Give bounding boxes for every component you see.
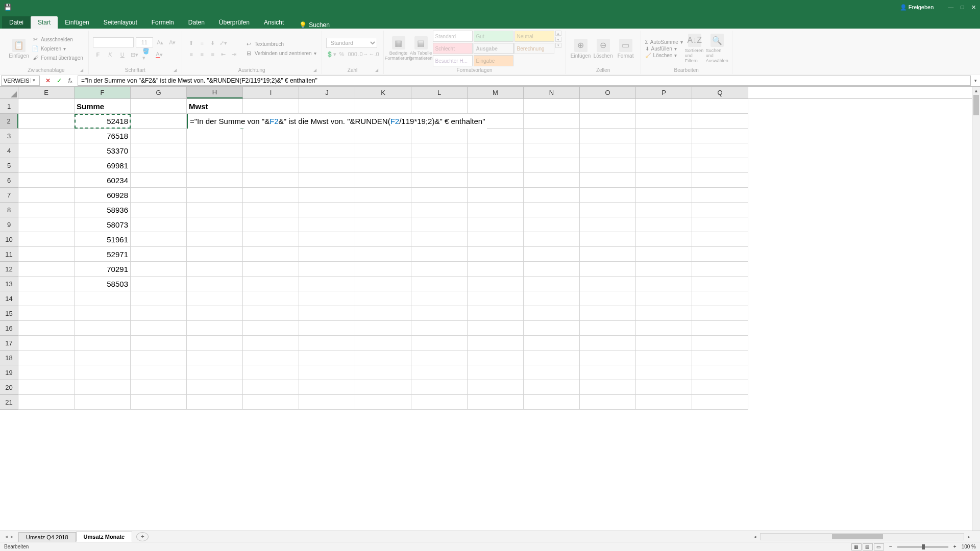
- cell[interactable]: [243, 350, 299, 365]
- cell[interactable]: [411, 306, 468, 321]
- cell[interactable]: [580, 380, 636, 395]
- row-header[interactable]: 6: [0, 173, 18, 188]
- cell[interactable]: [580, 143, 636, 158]
- cell[interactable]: [524, 203, 580, 217]
- select-all-corner[interactable]: [0, 87, 18, 98]
- italic-button[interactable]: K: [105, 49, 115, 60]
- thousands-icon[interactable]: 000: [348, 49, 358, 59]
- cell[interactable]: [355, 158, 411, 173]
- cell[interactable]: [524, 188, 580, 203]
- row-header[interactable]: 17: [0, 336, 18, 350]
- conditional-formatting-button[interactable]: ▦Bedingte Formatierung: [388, 35, 409, 62]
- cell[interactable]: [299, 203, 355, 217]
- merge-button[interactable]: ⊟Verbinden und zentrieren ▾: [244, 49, 317, 57]
- cell[interactable]: [131, 203, 187, 217]
- cell[interactable]: [355, 217, 411, 232]
- cell[interactable]: [580, 217, 636, 232]
- format-as-table-button[interactable]: ▤Als Tabelle formatieren: [410, 35, 432, 62]
- cell[interactable]: [187, 262, 243, 277]
- cell[interactable]: [636, 336, 692, 350]
- cell[interactable]: [75, 395, 131, 410]
- cell[interactable]: [131, 350, 187, 365]
- row-header[interactable]: 21: [0, 395, 18, 410]
- row-header[interactable]: 3: [0, 129, 18, 143]
- cell[interactable]: [692, 306, 748, 321]
- clear-button[interactable]: 🧹Löschen ▾: [645, 53, 683, 58]
- copy-button[interactable]: 📄Kopieren ▾: [31, 44, 84, 53]
- percent-icon[interactable]: %: [337, 49, 347, 59]
- cell[interactable]: [524, 217, 580, 232]
- style-besucht[interactable]: Besuchter H...: [433, 55, 473, 66]
- row-header[interactable]: 18: [0, 350, 18, 365]
- paste-button[interactable]: 📋 Einfügen: [8, 38, 30, 60]
- cell[interactable]: [131, 188, 187, 203]
- cell[interactable]: [692, 247, 748, 262]
- col-I[interactable]: I: [243, 87, 299, 98]
- row-header[interactable]: 19: [0, 365, 18, 380]
- cell[interactable]: [692, 395, 748, 410]
- cell[interactable]: [299, 99, 355, 114]
- cell[interactable]: [18, 217, 75, 232]
- cell[interactable]: [468, 277, 524, 291]
- cell[interactable]: [18, 247, 75, 262]
- cell[interactable]: [299, 262, 355, 277]
- cell[interactable]: [18, 262, 75, 277]
- cell[interactable]: [580, 395, 636, 410]
- col-N[interactable]: N: [524, 87, 580, 98]
- cell[interactable]: [524, 321, 580, 336]
- cell[interactable]: [355, 380, 411, 395]
- cell[interactable]: [580, 350, 636, 365]
- cell[interactable]: [692, 277, 748, 291]
- align-bottom-icon[interactable]: ⬇: [208, 38, 218, 48]
- row-header[interactable]: 14: [0, 291, 18, 306]
- wrap-text-button[interactable]: ↩Textumbruch: [244, 40, 317, 48]
- cell[interactable]: [187, 336, 243, 350]
- cell[interactable]: [692, 188, 748, 203]
- cell[interactable]: 51961: [75, 232, 131, 247]
- cut-button[interactable]: ✂Ausschneiden: [31, 35, 84, 43]
- cell[interactable]: [524, 336, 580, 350]
- cell[interactable]: [468, 291, 524, 306]
- font-launcher-icon[interactable]: ◢: [173, 68, 178, 73]
- col-F[interactable]: F: [75, 87, 131, 98]
- row-header[interactable]: 5: [0, 158, 18, 173]
- cell[interactable]: [636, 262, 692, 277]
- cell[interactable]: [299, 321, 355, 336]
- cell[interactable]: [580, 291, 636, 306]
- decrease-font-icon[interactable]: A▾: [167, 37, 178, 47]
- hscroll-thumb[interactable]: [832, 534, 883, 539]
- cell[interactable]: [187, 306, 243, 321]
- cell[interactable]: [636, 203, 692, 217]
- tab-einfuegen[interactable]: Einfügen: [58, 16, 96, 29]
- cell[interactable]: [131, 262, 187, 277]
- col-G[interactable]: G: [131, 87, 187, 98]
- zoom-slider[interactable]: [897, 546, 948, 548]
- align-top-icon[interactable]: ⬆: [186, 38, 197, 48]
- cell[interactable]: [355, 395, 411, 410]
- cell[interactable]: [411, 395, 468, 410]
- sheet-tab-2[interactable]: Umsatz Monate: [76, 532, 133, 542]
- cell[interactable]: [411, 203, 468, 217]
- cell[interactable]: [468, 321, 524, 336]
- cell[interactable]: [243, 262, 299, 277]
- cell[interactable]: [299, 350, 355, 365]
- format-painter-button[interactable]: 🖌Format übertragen: [31, 54, 84, 62]
- cell[interactable]: [692, 380, 748, 395]
- cell[interactable]: [580, 158, 636, 173]
- cell[interactable]: [355, 262, 411, 277]
- cell[interactable]: [692, 291, 748, 306]
- cell[interactable]: [75, 306, 131, 321]
- sort-filter-button[interactable]: A↓ZSortieren und Filtern: [684, 33, 705, 64]
- cell[interactable]: [18, 188, 75, 203]
- cell[interactable]: [18, 365, 75, 380]
- cell[interactable]: [243, 277, 299, 291]
- format-cells-button[interactable]: ▭Format: [615, 38, 636, 60]
- cell[interactable]: [243, 99, 299, 114]
- cell[interactable]: [636, 173, 692, 188]
- cell[interactable]: [468, 173, 524, 188]
- cell[interactable]: [299, 232, 355, 247]
- cell[interactable]: [468, 188, 524, 203]
- cell[interactable]: [636, 306, 692, 321]
- cell[interactable]: [131, 380, 187, 395]
- cell[interactable]: [468, 247, 524, 262]
